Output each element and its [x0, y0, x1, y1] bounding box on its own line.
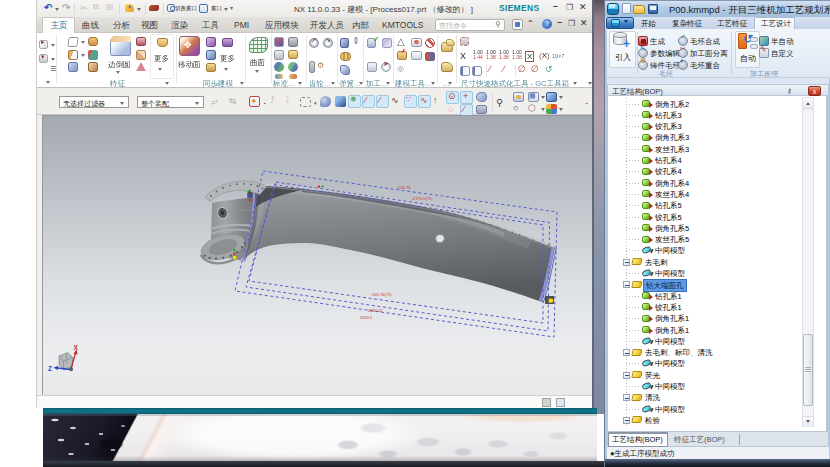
svg-text:X: X — [74, 344, 79, 351]
svg-text:∅175.5(75): ∅175.5(75) — [412, 196, 433, 201]
svg-text:2030.5: 2030.5 — [360, 315, 373, 320]
svg-text:Z: Z — [48, 365, 52, 372]
svg-text:2030.32: 2030.32 — [368, 308, 383, 313]
svg-text:−205.76: −205.76 — [396, 185, 411, 190]
svg-text:−205.76(75): −205.76(75) — [370, 292, 392, 297]
